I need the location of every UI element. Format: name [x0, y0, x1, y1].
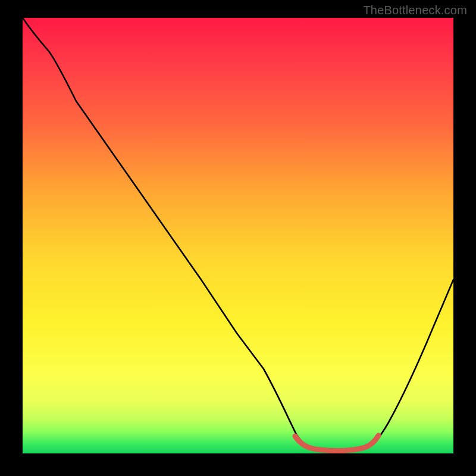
highlight-segment	[295, 436, 378, 451]
chart-frame: TheBottleneck.com	[0, 0, 476, 476]
main-curve	[23, 18, 453, 451]
watermark-text: TheBottleneck.com	[363, 4, 467, 17]
curve-layer	[23, 18, 453, 453]
plot-area	[23, 18, 453, 453]
